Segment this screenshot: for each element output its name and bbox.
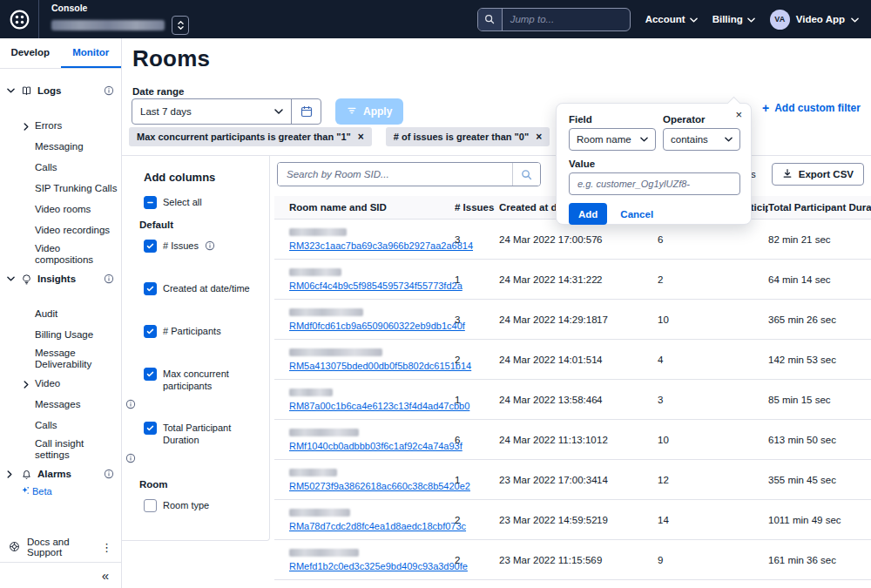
room-sid-link[interactable]: RM50273f9a3862618ac660c38c8b5420e2 [289,481,455,491]
sidebar-item-audit[interactable]: Audit [0,303,121,324]
select-all-checkbox[interactable]: Select all [144,196,262,209]
info-icon[interactable] [125,453,136,463]
collapse-sidebar-icon[interactable]: « [102,569,109,582]
room-sid-link[interactable]: RM323c1aac7ba69c3a966b2927aa2a6814 [289,240,455,251]
lightbulb-icon [21,274,32,285]
room-name-cell: RMefd1b2c0ed3c325e9bd409c93a3d90fe [289,549,455,571]
issues-cell: 1 [455,475,499,485]
chevron-right-icon[interactable] [24,122,29,133]
max-concurrent-cell: 14 [658,515,768,525]
checkbox[interactable] [144,499,157,512]
participants-cell: 9 [597,555,658,565]
filter-chip[interactable]: Max concurrent participants is greater t… [129,127,372,146]
account-menu[interactable]: Account [645,14,698,24]
account-switcher-button[interactable] [172,16,189,35]
calendar-icon[interactable] [291,99,321,124]
participants-cell: 17 [597,314,658,325]
table-body: RM323c1aac7ba69c3a966b2927aa2a6814 3 24 … [274,220,871,580]
field-select[interactable]: Room name [569,128,656,151]
topbar-right: Jump to... Account Billing VA Video App [477,8,871,31]
column-checkbox-item[interactable]: Room type [144,499,262,512]
issues-cell: 2 [455,355,499,365]
room-sid-link[interactable]: RM5a413075bded00db0f5b802dc6151b14 [289,361,455,371]
participants-cell: 4 [597,355,658,365]
info-icon[interactable] [104,469,114,479]
docs-and-support[interactable]: Docs and Support ⋮ [0,532,121,562]
value-input[interactable] [569,172,740,195]
room-sid-link[interactable]: RMf1040cb0adbbb03f6c1af92c4a74a93f [289,441,455,451]
room-sid-link[interactable]: RM87a00c1b6ca4e6123c13f4d4ad47cbb0 [289,401,455,411]
filter-chip[interactable]: # of issues is greater than "0" × [386,127,550,146]
sidebar-item-errors[interactable]: Errors [0,115,121,136]
info-icon[interactable] [205,240,215,251]
user-menu[interactable]: VA Video App [770,10,859,30]
kebab-menu-icon[interactable]: ⋮ [101,541,112,554]
checkbox[interactable] [144,282,157,295]
jump-to-search[interactable]: Jump to... [477,8,631,31]
column-group-label: Default [139,220,262,230]
add-custom-filter-link[interactable]: + Add custom filter [762,101,861,115]
info-icon[interactable] [104,85,114,96]
sidebar-item-video[interactable]: Video [0,373,121,394]
operator-select[interactable]: contains [663,128,740,151]
close-icon[interactable]: × [358,131,364,143]
sidebar-section-alarms[interactable]: Alarms [0,463,121,484]
twilio-logo-icon[interactable] [0,9,38,30]
column-checkbox-item[interactable]: # Participants [144,325,262,338]
checkbox-indeterminate[interactable] [144,196,157,209]
tab-develop[interactable]: Develop [0,38,61,68]
room-sid-search[interactable] [277,162,541,186]
sidebar-item-video-rooms[interactable]: Video rooms [0,199,121,220]
sidebar-section-logs[interactable]: Logs [0,80,121,101]
sidebar-item-sip-trunking-calls[interactable]: SIP Trunking Calls [0,178,121,199]
max-concurrent-cell: 12 [658,475,768,485]
column-header: Room name and SID [289,202,455,213]
info-icon[interactable] [104,274,114,284]
add-button[interactable]: Add [569,203,607,225]
cancel-button[interactable]: Cancel [620,209,653,220]
checkbox[interactable] [144,240,157,253]
billing-menu[interactable]: Billing [712,14,755,24]
apply-button[interactable]: Apply [335,98,403,125]
sidebar-item-video-recordings[interactable]: Video recordings [0,220,121,240]
room-name-cell: RM87a00c1b6ca4e6123c13f4d4ad47cbb0 [289,389,455,411]
close-icon[interactable]: × [735,109,742,120]
date-range-select[interactable]: Last 7 days [132,98,321,125]
duration-cell: 355 min 45 sec [768,475,871,485]
chevron-right-icon[interactable] [24,380,29,391]
sidebar-item-message-deliverability[interactable]: Message Deliverability [0,345,121,373]
issues-cell: 3 [455,314,499,325]
sidebar-item-messaging[interactable]: Messaging [0,136,121,157]
column-checkbox-item[interactable]: Created at date/time [144,282,262,295]
room-sid-link[interactable]: RMa78d7cdc2d8fc4ea1d8aedc18cbf073c [289,521,455,531]
chevron-down-icon [690,14,698,24]
tab-monitor[interactable]: Monitor [61,38,122,68]
participants-cell: 4 [597,395,658,405]
sidebar-item-call-insight-settings[interactable]: Call insight settings [0,436,121,463]
sidebar-section-insights[interactable]: Insights [0,268,121,289]
sidebar-item-messages[interactable]: Messages [0,394,121,415]
room-sid-search-input[interactable] [278,163,512,186]
sidebar-item-calls[interactable]: Calls [0,415,121,436]
issues-cell: 1 [455,395,499,405]
search-icon[interactable] [512,163,540,186]
sidebar-item-video-compositions[interactable]: Video compositions [0,240,121,268]
sidebar-item-billing-usage[interactable]: Billing Usage [0,324,121,345]
close-icon[interactable]: × [536,131,542,143]
checkbox[interactable] [144,325,157,338]
column-checkbox-item[interactable]: # Issues [144,240,262,253]
checkbox[interactable] [144,368,157,381]
column-checkbox-item[interactable]: Max concurrent participants [144,368,262,392]
room-sid-link[interactable]: RMefd1b2c0ed3c325e9bd409c93a3d90fe [289,561,455,571]
room-sid-link[interactable]: RM06cf4c4b9c5f9854595734f55773fd2a [289,280,455,291]
sidebar-item-calls[interactable]: Calls [0,157,121,178]
table-row: RMefd1b2c0ed3c325e9bd409c93a3d90fe 2 23 … [274,540,871,580]
controls-row: Last 7 days Apply [132,98,403,125]
column-checkbox-item[interactable]: Total Participant Duration [144,422,262,446]
export-csv-button[interactable]: Export CSV [772,163,864,186]
checkbox[interactable] [144,422,157,435]
room-sid-link[interactable]: RMdf0fcd61cb9a6509060322eb9db1c40f [289,321,455,331]
search-icon[interactable] [478,9,503,30]
info-icon[interactable] [125,399,136,409]
plus-icon: + [762,101,769,115]
